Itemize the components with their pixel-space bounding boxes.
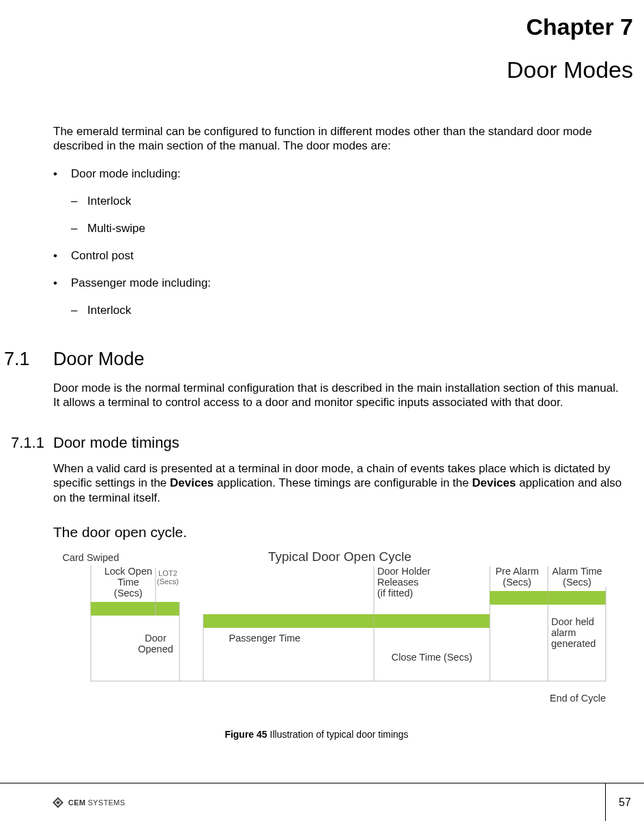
label-lock-open-3: (Secs) [114,588,143,599]
bullet-list: • Door mode including: – Interlock – Mul… [53,167,633,317]
list-item-label: Multi-swipe [87,222,145,235]
label-doorheld-1: Door held [551,616,594,627]
label-alarm-2: (Secs) [563,577,591,588]
bar-lock-open [91,602,179,616]
list-item: • Control post [53,249,633,263]
bar-close-time [374,614,490,628]
label-doorheld-2: alarm [551,627,576,638]
dash-icon: – [71,304,87,317]
dash-icon: – [71,195,87,208]
label-doorheld-3: generated [551,638,596,649]
list-item: – Interlock [71,304,633,317]
label-prealarm-1: Pre Alarm [495,566,539,577]
dash-icon: – [71,222,87,235]
section-title: Door Mode [53,349,145,370]
label-door-opened-1: Door [145,633,166,644]
subsection-number: 7.1.1 [11,434,53,452]
list-item: – Interlock [71,195,633,208]
bar-pre-alarm [490,591,548,605]
subsection-body: When a valid card is presented at a term… [53,461,626,505]
label-lock-open-1: Lock Open [104,566,152,577]
label-door-opened-2: Opened [138,644,173,654]
figure-text: Illustration of typical door timings [267,729,409,740]
bar-alarm-time [548,591,606,605]
label-lot2-b: (Secs) [157,577,179,586]
timing-diagram: Typical Door Open Cycle Card Swiped Lock… [53,546,626,719]
intro-paragraph: The emerald terminal can be configured t… [53,124,626,154]
list-item: • Passenger mode including: [53,276,633,290]
label-holder-3: (if fitted) [377,588,413,599]
section-heading: 7.1 Door Mode [0,349,633,370]
section-number: 7.1 [0,349,53,370]
list-item-label: Passenger mode including: [71,276,211,290]
list-item: • Door mode including: [53,167,633,181]
label-passenger-time: Passenger Time [229,633,301,644]
text-bold: Devices [170,476,214,489]
chapter-title: Door Modes [0,57,633,83]
label-close-time: Close Time (Secs) [392,652,472,663]
text-bold: Devices [472,476,516,489]
list-item-label: Door mode including: [71,167,181,181]
label-card-swiped: Card Swiped [62,552,119,563]
figure-caption: Figure 45 Illustration of typical door t… [0,729,633,740]
chapter-label: Chapter 7 [0,14,633,40]
label-holder-2: Releases [377,577,418,588]
sub-heading: The door open cycle. [53,524,633,541]
bullet-icon: • [53,249,71,263]
list-item: – Multi-swipe [71,222,633,235]
bullet-icon: • [53,167,71,181]
label-lot2-a: LOT2 [158,569,177,577]
label-prealarm-2: (Secs) [503,577,531,588]
bar-passenger-time [203,614,374,628]
page-footer: CEM SYSTEMS 57 [0,783,644,821]
footer-logo: CEM SYSTEMS [0,796,605,809]
page-number: 57 [606,796,644,809]
list-item-label: Control post [71,249,134,263]
logo-text: CEM SYSTEMS [68,798,125,807]
label-holder-1: Door Holder [377,566,430,577]
list-item-label: Interlock [87,304,131,317]
figure-number: Figure 45 [224,729,267,740]
bullet-icon: • [53,276,71,290]
logo-icon [52,796,64,809]
diagram-title: Typical Door Open Cycle [268,549,411,564]
list-item-label: Interlock [87,195,131,208]
subsection-heading: 7.1.1 Door mode timings [11,434,633,452]
label-alarm-1: Alarm Time [552,566,602,577]
label-lock-open-2: Time [117,577,139,588]
label-end-of-cycle: End of Cycle [550,693,606,704]
section-body: Door mode is the normal terminal configu… [53,381,626,410]
subsection-title: Door mode timings [53,434,179,452]
text-run: application. These timings are configura… [214,476,472,489]
